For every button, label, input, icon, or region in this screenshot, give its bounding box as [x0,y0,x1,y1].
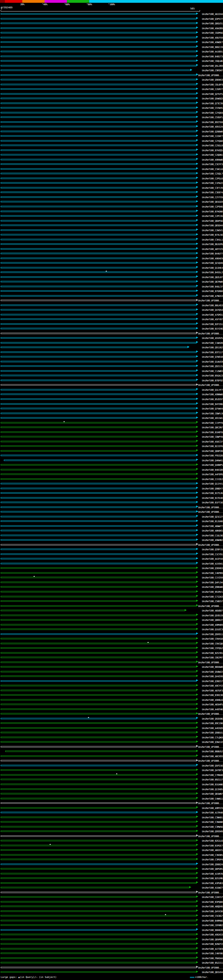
hit-label[interactable]: UniRef100_B2S765 [202,652,223,655]
hit-bar[interactable] [1,830,197,832]
hit-label[interactable]: UniRef100_B2JIF6 [202,445,223,448]
hit-bar[interactable] [1,600,197,602]
hit-label[interactable]: UniRef100_A9H6L6 [202,699,223,702]
hit-bar[interactable] [1,737,197,738]
hit-label[interactable]: UniRef100_B7XL56 [202,234,223,236]
hit-bar[interactable] [1,586,197,587]
hit-label[interactable]: UniRef100_UPI000... [198,74,223,77]
hit-label[interactable]: UniRef100_Q2B8W0 [202,130,223,133]
hit-label[interactable]: UniRef100_Q7VWV4 [202,407,223,410]
hit-bar[interactable] [1,699,197,700]
hit-bar[interactable] [1,605,197,607]
hit-bar[interactable] [1,46,197,48]
hit-label[interactable]: UniRef100_Q1IHE4 [202,267,223,269]
hit-label[interactable]: UniRef100_B7GR60 [202,290,223,293]
hit-label[interactable]: UniRef100_UPI000... [198,544,223,546]
hit-label[interactable]: UniRef100_B9C190 [202,722,223,725]
hit-label[interactable]: UniRef100_B9Z117 [202,778,223,781]
hit-label[interactable]: UniRef100_P0A5H4 [202,957,223,960]
hit-label[interactable]: UniRef100_UPI000... [198,746,223,748]
hit-bar[interactable] [1,422,197,423]
hit-label[interactable]: UniRef100_A5FY87 [202,318,223,321]
hit-label[interactable]: UniRef100_C6WFL9 [202,412,223,415]
hit-label[interactable]: UniRef100_Q9BUW8 [202,586,223,589]
hit-label[interactable]: UniRef100_C6QLW6 [202,60,223,62]
hit-bar[interactable] [1,854,197,856]
hit-bar[interactable] [1,75,197,76]
hit-bar[interactable] [1,88,197,90]
hit-label[interactable]: UniRef100_C2ZAF7 [202,135,223,138]
hit-label[interactable]: UniRef100_Q98824 [202,863,223,866]
hit-bar[interactable] [1,93,197,95]
hit-bar[interactable] [1,342,197,344]
hit-bar[interactable] [1,220,197,221]
hit-bar[interactable] [1,328,197,329]
hit-bar[interactable] [1,516,197,517]
hit-bar[interactable] [1,849,197,851]
hit-label[interactable]: UniRef100_Q21QV8 [202,262,223,264]
hit-label[interactable]: UniRef100_C1WH20 [202,342,223,345]
hit-label[interactable]: UniRef100_C5YW45 [202,107,223,110]
hit-bar[interactable] [1,662,197,663]
hit-bar[interactable] [1,563,197,564]
hit-label[interactable]: UniRef100_Q01VX4 [202,971,223,974]
hit-label[interactable]: UniRef100_A9GX53 [202,934,223,936]
hit-label[interactable]: UniRef100_A9CYY2 [202,684,223,687]
hit-bar[interactable] [1,389,197,390]
hit-bar[interactable] [1,300,197,301]
hit-label[interactable]: UniRef100_UPI000... [198,713,223,716]
hit-label[interactable]: UniRef100_C3MW56 [202,826,223,829]
hit-label[interactable]: UniRef100_A3PU63 [202,882,223,885]
hit-bar[interactable] [1,107,197,108]
hit-label[interactable]: UniRef100_B44U77 [202,252,223,255]
hit-bar[interactable] [1,704,197,705]
hit-label[interactable]: UniRef100_Q91162 [202,346,223,349]
hit-bar[interactable] [1,638,197,639]
hit-label[interactable]: UniRef100_C0ZM56 [202,32,223,34]
hit-label[interactable]: UniRef100_Q5L269 [202,65,223,67]
hit-bar[interactable] [1,802,197,804]
hit-bar[interactable] [1,356,197,357]
hit-label[interactable]: UniRef100_UPI000... [198,384,223,387]
hit-label[interactable]: UniRef100_C8WPY8 [202,436,223,438]
hit-bar[interactable] [1,333,197,334]
hit-label[interactable]: UniRef100_B8JGP6 [202,243,223,246]
hit-label[interactable]: UniRef100_Q39F15 [202,548,223,551]
hit-label[interactable]: UniRef100_A911W1 [202,417,223,420]
hit-bar[interactable] [1,375,197,376]
hit-bar[interactable] [1,722,197,724]
hit-label[interactable]: UniRef100_Q59519 [202,614,223,617]
hit-label[interactable]: UniRef100_C4KPB9 [202,572,223,575]
hit-label[interactable]: UniRef100_C3NAN0 [202,821,223,824]
hit-bar[interactable] [1,760,197,761]
hit-bar[interactable] [1,596,197,597]
hit-label[interactable]: UniRef100_UPI000... [198,966,223,969]
hit-label[interactable]: UniRef100_B5ZJ11 [202,962,223,964]
hit-bar[interactable] [1,413,197,414]
hit-label[interactable]: UniRef100_UPI000... [198,891,223,894]
hit-label[interactable]: UniRef100_B7HGN8 [202,210,223,213]
hit-bar[interactable] [1,915,197,916]
hit-bar[interactable] [1,765,197,766]
hit-label[interactable]: UniRef100_B4ECQ9 [202,469,223,471]
hit-bar[interactable] [1,948,197,950]
hit-label[interactable]: UniRef100_Q8VM96 [202,938,223,941]
hit-label[interactable]: UniRef100_C1CY91 [202,553,223,556]
hit-bar[interactable] [1,577,197,578]
hit-bar[interactable] [1,934,197,935]
hit-bar[interactable] [1,116,197,118]
hit-bar[interactable] [1,591,197,592]
hit-label[interactable]: UniRef100_B1FT16 [202,501,223,504]
hit-bar[interactable] [1,22,197,24]
hit-label[interactable]: UniRef100_Q3BZ17 [202,680,223,683]
hit-label[interactable]: UniRef100_B1H0T8 [202,431,223,434]
hit-label[interactable]: UniRef100_Q4KW41 [202,459,223,462]
hit-label[interactable]: UniRef100_Q9EN53 [202,79,223,81]
hit-label[interactable]: UniRef100_Q9BDY7 [202,487,223,490]
hit-bar[interactable] [1,929,197,931]
hit-label[interactable]: UniRef100_C2W5V1 [202,229,223,232]
hit-label[interactable]: UniRef100_C3M5P4 [202,858,223,861]
hit-bar[interactable] [1,27,197,29]
hit-bar[interactable] [1,624,197,625]
hit-label[interactable]: UniRef100_Q21CZ7 [202,515,223,518]
